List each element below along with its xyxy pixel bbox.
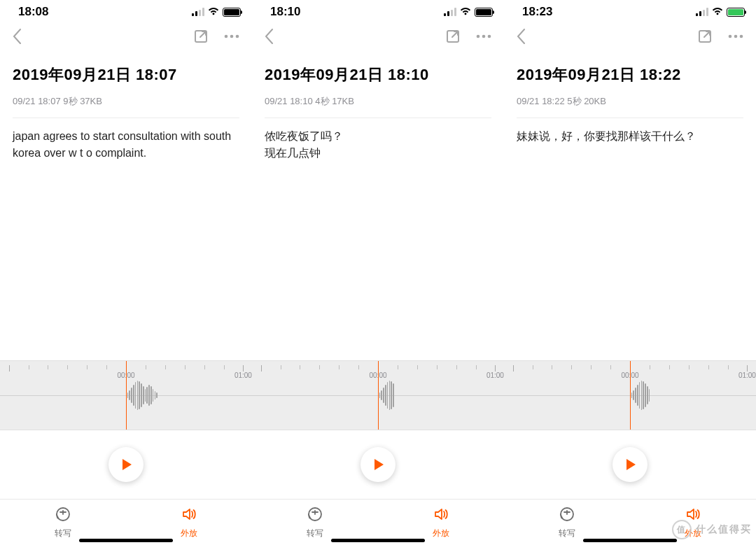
nav-bar — [252, 21, 504, 52]
note-meta: 09/21 18:07 9秒 37KB — [13, 95, 239, 108]
waveform-scrubber[interactable]: 00:0001:00 — [0, 360, 252, 430]
play-button[interactable] — [612, 447, 648, 482]
status-bar: 18:08 — [0, 0, 252, 21]
back-button[interactable] — [265, 29, 274, 44]
svg-point-13 — [740, 35, 743, 38]
back-button[interactable] — [517, 29, 526, 44]
svg-point-8 — [488, 35, 491, 38]
back-button[interactable] — [13, 29, 22, 44]
transcript-text: 妹妹说，好，你要找那样该干什么？ — [517, 128, 743, 145]
speaker-label: 外放 — [433, 528, 449, 539]
transcript-text: 侬吃夜饭了吗？ 现在几点钟 — [265, 128, 491, 162]
more-button[interactable] — [728, 34, 743, 38]
status-bar: 18:23 — [504, 0, 756, 21]
svg-point-12 — [734, 35, 738, 38]
cellular-icon — [444, 8, 456, 16]
cellular-icon — [696, 8, 708, 16]
transcribe-label: 转写 — [55, 528, 71, 539]
battery-icon — [223, 8, 241, 17]
status-bar: 18:10 — [252, 0, 504, 21]
share-button[interactable] — [697, 29, 713, 44]
svg-point-7 — [482, 35, 486, 38]
home-indicator[interactable] — [583, 539, 677, 542]
more-button[interactable] — [224, 34, 239, 38]
svg-point-1 — [225, 35, 228, 38]
note-body: 2019年09月21日 18:2209/21 18:22 5秒 20KB妹妹说，… — [504, 52, 756, 145]
speaker-label: 外放 — [181, 528, 197, 539]
note-title: 2019年09月21日 18:22 — [517, 64, 743, 85]
status-time: 18:08 — [18, 5, 48, 19]
speaker-icon — [181, 506, 197, 525]
note-title: 2019年09月21日 18:10 — [265, 64, 491, 85]
speaker-label: 外放 — [685, 528, 701, 539]
waveform-scrubber[interactable]: 00:0001:00 — [252, 360, 504, 430]
nav-bar — [0, 21, 252, 52]
note-meta: 09/21 18:22 5秒 20KB — [517, 95, 743, 108]
status-time: 18:23 — [522, 5, 552, 19]
svg-point-6 — [477, 35, 480, 38]
note-title: 2019年09月21日 18:07 — [13, 64, 239, 85]
phone-pane: 18:082019年09月21日 18:0709/21 18:07 9秒 37K… — [0, 0, 252, 545]
play-button[interactable] — [360, 447, 396, 482]
transcribe-label: 转写 — [307, 528, 323, 539]
transcribe-label: 转写 — [559, 528, 575, 539]
share-button[interactable] — [445, 29, 461, 44]
waveform-scrubber[interactable]: 00:0001:00 — [504, 360, 756, 430]
transcribe-icon — [307, 506, 323, 525]
battery-icon — [727, 8, 745, 17]
svg-point-3 — [236, 35, 239, 38]
wifi-icon — [459, 5, 472, 19]
home-indicator[interactable] — [79, 539, 173, 542]
play-button[interactable] — [108, 447, 144, 482]
phone-pane: 18:102019年09月21日 18:1009/21 18:10 4秒 17K… — [252, 0, 504, 545]
speaker-icon — [433, 506, 449, 525]
share-button[interactable] — [193, 29, 209, 44]
status-time: 18:10 — [270, 5, 300, 19]
divider — [13, 118, 239, 118]
svg-point-11 — [729, 35, 732, 38]
wifi-icon — [207, 5, 220, 19]
transcribe-icon — [55, 506, 71, 525]
battery-icon — [475, 8, 493, 17]
divider — [517, 118, 743, 118]
wifi-icon — [711, 5, 724, 19]
divider — [265, 118, 491, 118]
svg-point-2 — [230, 35, 234, 38]
speaker-icon — [685, 506, 701, 525]
cellular-icon — [192, 8, 204, 16]
note-meta: 09/21 18:10 4秒 17KB — [265, 95, 491, 108]
home-indicator[interactable] — [331, 539, 425, 542]
more-button[interactable] — [476, 34, 491, 38]
transcribe-icon — [559, 506, 575, 525]
phone-pane: 18:232019年09月21日 18:2209/21 18:22 5秒 20K… — [504, 0, 756, 545]
transcript-text: japan agrees to start consultation with … — [13, 128, 239, 162]
nav-bar — [504, 21, 756, 52]
note-body: 2019年09月21日 18:0709/21 18:07 9秒 37KBjapa… — [0, 52, 252, 162]
note-body: 2019年09月21日 18:1009/21 18:10 4秒 17KB侬吃夜饭… — [252, 52, 504, 162]
